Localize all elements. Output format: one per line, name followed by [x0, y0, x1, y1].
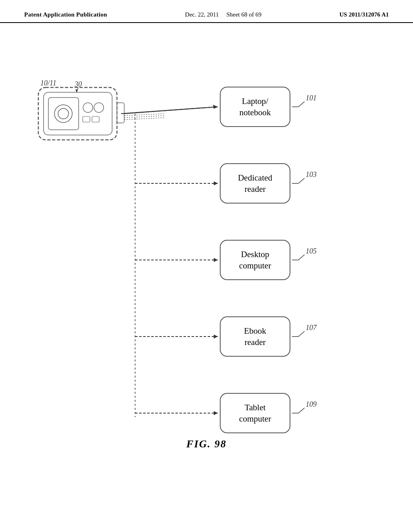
diagram-svg: 10/11 30 101	[0, 27, 413, 490]
box-dedicated-reader-label: Dedicatedreader	[238, 172, 272, 195]
svg-text:103: 103	[306, 170, 317, 179]
svg-marker-24	[214, 258, 218, 262]
svg-line-36	[298, 255, 305, 260]
svg-text:30: 30	[74, 80, 82, 88]
svg-rect-0	[38, 87, 117, 140]
svg-text:105: 105	[306, 247, 317, 255]
box-tablet-computer: Tabletcomputer	[220, 393, 290, 433]
svg-rect-7	[83, 116, 90, 122]
diagram-area: 10/11 30 101	[0, 27, 413, 490]
box-desktop-computer: Desktopcomputer	[220, 240, 290, 280]
svg-text:101: 101	[306, 94, 317, 102]
svg-marker-28	[214, 411, 218, 415]
svg-point-4	[58, 108, 69, 119]
box-laptop-label: Laptop/notebook	[239, 96, 271, 118]
svg-text:109: 109	[306, 400, 317, 408]
svg-marker-20	[213, 105, 218, 109]
svg-marker-22	[214, 181, 218, 185]
svg-point-5	[83, 103, 93, 112]
svg-line-16	[124, 114, 165, 116]
box-laptop: Laptop/notebook	[220, 87, 290, 127]
svg-line-17	[124, 116, 165, 118]
svg-point-6	[94, 103, 104, 112]
svg-rect-8	[92, 116, 99, 122]
header-publication-type: Patent Application Publication	[24, 11, 107, 18]
svg-text:10/11: 10/11	[40, 79, 56, 87]
svg-rect-9	[117, 103, 124, 123]
box-dedicated-reader: Dedicatedreader	[220, 163, 290, 204]
box-ebook-reader-label: Ebookreader	[244, 325, 266, 348]
svg-text:107: 107	[306, 324, 317, 332]
page-header: Patent Application Publication Dec. 22, …	[0, 0, 413, 23]
box-ebook-reader: Ebookreader	[220, 316, 290, 357]
svg-line-19	[121, 107, 218, 114]
header-sheet: Sheet 68 of 69	[226, 11, 261, 18]
svg-line-39	[298, 331, 305, 337]
svg-line-18	[124, 118, 165, 120]
svg-rect-1	[44, 92, 112, 135]
svg-line-42	[298, 408, 305, 413]
header-date: Dec. 22, 2011	[185, 11, 219, 18]
svg-point-3	[54, 105, 72, 123]
box-desktop-computer-label: Desktopcomputer	[239, 249, 271, 272]
box-tablet-computer-label: Tabletcomputer	[239, 402, 271, 425]
header-patent-number: US 2011/312076 A1	[339, 11, 389, 18]
svg-marker-26	[214, 335, 218, 339]
svg-marker-13	[75, 89, 78, 92]
header-date-sheet: Dec. 22, 2011 Sheet 68 of 69	[185, 11, 261, 18]
svg-line-30	[298, 102, 305, 107]
svg-line-33	[298, 178, 305, 183]
figure-label: FIG. 98	[186, 438, 227, 450]
svg-rect-2	[48, 98, 79, 130]
